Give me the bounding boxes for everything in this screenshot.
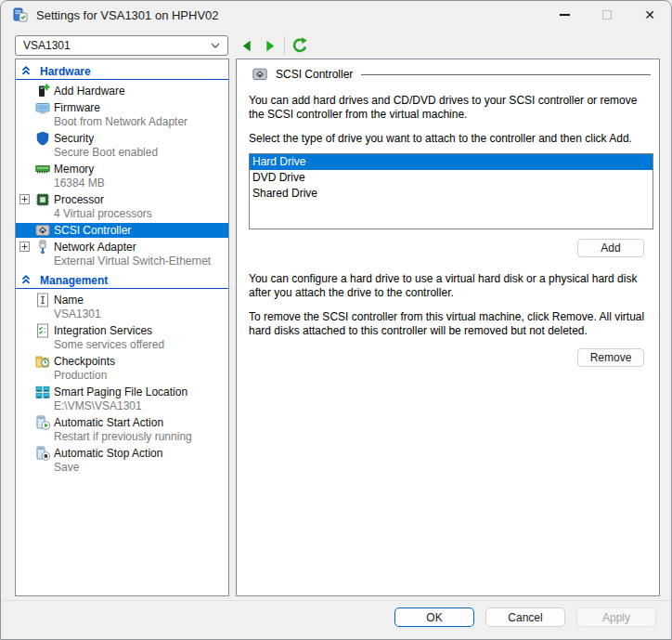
scsi-controller-icon bbox=[252, 67, 267, 82]
apply-button: Apply bbox=[576, 607, 656, 627]
section-title: Management bbox=[40, 274, 108, 287]
auto-start-icon bbox=[35, 415, 50, 430]
checkpoints-icon bbox=[35, 354, 50, 369]
drive-type-listbox[interactable]: Hard Drive DVD Drive Shared Drive bbox=[249, 153, 653, 229]
refresh-icon bbox=[291, 37, 308, 54]
panel-title: SCSI Controller bbox=[276, 68, 353, 81]
listbox-item-hard-drive[interactable]: Hard Drive bbox=[250, 154, 653, 170]
sidebar-item-processor[interactable]: Processor 4 Virtual processors bbox=[16, 192, 228, 221]
add-button[interactable]: Add bbox=[577, 239, 644, 257]
configure-text: You can configure a hard drive to use a … bbox=[249, 272, 653, 300]
sidebar-item-sub: E:\VMS\VSA1301 bbox=[54, 399, 228, 413]
sidebar-item-add-hardware[interactable]: Add Hardware bbox=[16, 84, 228, 98]
sidebar-item-sub: External Virtual Switch-Ethernet bbox=[54, 255, 228, 268]
next-vm-button[interactable] bbox=[262, 38, 278, 54]
sidebar-item-sub: 4 Virtual processors bbox=[54, 207, 228, 221]
section-title: Hardware bbox=[40, 65, 91, 78]
sidebar-item-sub: VSA1301 bbox=[54, 307, 228, 321]
processor-icon bbox=[35, 192, 50, 207]
select-drive-label: Select the type of drive you want to att… bbox=[249, 132, 653, 146]
section-header-management[interactable]: Management bbox=[16, 273, 228, 289]
sidebar-item-sub: Boot from Network Adapter bbox=[54, 115, 228, 129]
memory-icon bbox=[35, 162, 50, 176]
sidebar-item-label: Automatic Start Action bbox=[54, 415, 228, 430]
prev-vm-button[interactable] bbox=[239, 38, 255, 54]
chevron-down-icon bbox=[211, 39, 220, 52]
sidebar-item-sub: Restart if previously running bbox=[54, 430, 228, 444]
firmware-icon bbox=[35, 100, 50, 115]
smart-paging-icon bbox=[35, 385, 50, 399]
sidebar-item-smart-paging[interactable]: Smart Paging File Location E:\VMS\VSA130… bbox=[16, 385, 228, 413]
sidebar-item-scsi-controller[interactable]: SCSI Controller bbox=[16, 223, 228, 238]
header-rule bbox=[361, 74, 651, 75]
vm-selector-value: VSA1301 bbox=[23, 39, 71, 52]
sidebar-item-name[interactable]: Name VSA1301 bbox=[16, 293, 228, 321]
sidebar-item-checkpoints[interactable]: Checkpoints Production bbox=[16, 354, 228, 383]
dialog-footer: OK Cancel Apply bbox=[1, 600, 671, 639]
security-shield-icon bbox=[35, 131, 50, 146]
toolbar-divider bbox=[284, 36, 285, 55]
sidebar-item-label: Smart Paging File Location bbox=[54, 385, 228, 399]
prev-arrow-icon bbox=[239, 38, 255, 54]
scsi-controller-panel: SCSI Controller You can add hard drives … bbox=[236, 59, 660, 596]
settings-nav-sidebar: Hardware Add Hardware Firmware Boot from… bbox=[15, 59, 229, 596]
sidebar-item-sub: Production bbox=[54, 369, 228, 383]
sidebar-item-network-adapter[interactable]: Network Adapter External Virtual Switch-… bbox=[16, 240, 228, 268]
minimize-button[interactable] bbox=[543, 1, 586, 29]
sidebar-item-sub: Secure Boot enabled bbox=[54, 146, 228, 160]
maximize-button bbox=[586, 1, 628, 29]
sidebar-item-memory[interactable]: Memory 16384 MB bbox=[16, 162, 228, 190]
ok-button[interactable]: OK bbox=[394, 607, 474, 627]
sidebar-item-sub: Some services offered bbox=[54, 338, 228, 352]
settings-dialog: Settings for VSA1301 on HPHV02 ✕ VSA1301… bbox=[0, 0, 672, 640]
sidebar-item-label: Security bbox=[54, 131, 228, 146]
listbox-item-shared-drive[interactable]: Shared Drive bbox=[250, 186, 653, 202]
close-icon: ✕ bbox=[644, 8, 655, 21]
collapse-section-icon bbox=[21, 65, 31, 78]
sidebar-item-label: Automatic Stop Action bbox=[54, 446, 228, 461]
listbox-item-dvd-drive[interactable]: DVD Drive bbox=[250, 170, 653, 186]
sidebar-item-label: Integration Services bbox=[54, 323, 228, 338]
auto-stop-icon bbox=[35, 446, 50, 461]
sidebar-item-label: Checkpoints bbox=[54, 354, 228, 369]
maximize-icon bbox=[602, 10, 612, 20]
network-adapter-icon bbox=[35, 240, 50, 255]
sidebar-item-label: Name bbox=[54, 293, 228, 307]
sidebar-item-security[interactable]: Security Secure Boot enabled bbox=[16, 131, 228, 160]
expand-toggle-icon[interactable] bbox=[19, 242, 30, 252]
name-icon bbox=[35, 293, 50, 307]
sidebar-item-auto-stop[interactable]: Automatic Stop Action Save bbox=[16, 446, 228, 475]
remove-button[interactable]: Remove bbox=[577, 348, 644, 367]
next-arrow-icon bbox=[262, 38, 278, 54]
minimize-icon bbox=[560, 14, 570, 16]
intro-text: You can add hard drives and CD/DVD drive… bbox=[249, 94, 653, 122]
cancel-button[interactable]: Cancel bbox=[485, 607, 565, 627]
sidebar-item-label: Memory bbox=[54, 162, 228, 176]
sidebar-item-label: SCSI Controller bbox=[54, 223, 228, 238]
sidebar-item-label: Network Adapter bbox=[54, 240, 228, 255]
sidebar-item-label: Firmware bbox=[54, 100, 228, 115]
vm-selector[interactable]: VSA1301 bbox=[15, 35, 228, 56]
sidebar-item-integration-services[interactable]: Integration Services Some services offer… bbox=[16, 323, 228, 352]
collapse-section-icon bbox=[21, 274, 31, 287]
refresh-button[interactable] bbox=[291, 37, 308, 54]
integration-services-icon bbox=[35, 323, 50, 338]
sidebar-item-auto-start[interactable]: Automatic Start Action Restart if previo… bbox=[16, 415, 228, 444]
close-button[interactable]: ✕ bbox=[628, 1, 671, 29]
hyperv-settings-icon bbox=[13, 7, 28, 22]
sidebar-item-label: Processor bbox=[54, 192, 228, 207]
sidebar-item-sub: 16384 MB bbox=[54, 176, 228, 190]
section-header-hardware[interactable]: Hardware bbox=[16, 64, 228, 80]
window-title: Settings for VSA1301 on HPHV02 bbox=[36, 8, 219, 22]
scsi-controller-icon bbox=[35, 223, 50, 238]
add-hardware-icon bbox=[35, 84, 50, 98]
sidebar-item-firmware[interactable]: Firmware Boot from Network Adapter bbox=[16, 100, 228, 129]
title-bar: Settings for VSA1301 on HPHV02 ✕ bbox=[1, 1, 671, 29]
sidebar-item-sub: Save bbox=[54, 461, 228, 475]
expand-toggle-icon[interactable] bbox=[19, 194, 30, 204]
remove-text: To remove the SCSI controller from this … bbox=[249, 310, 653, 338]
sidebar-item-label: Add Hardware bbox=[54, 84, 228, 98]
